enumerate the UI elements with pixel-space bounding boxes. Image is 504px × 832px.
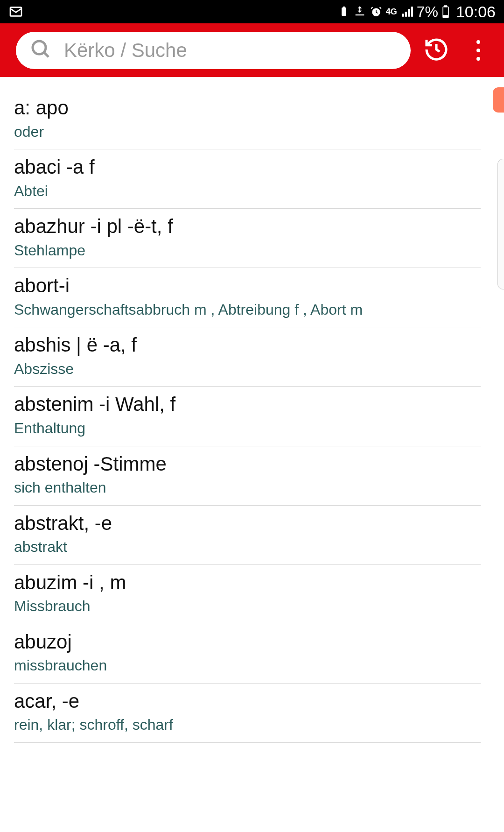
entry-word: abuzim -i , m <box>14 571 481 595</box>
entry-definition: sich enthalten <box>14 478 481 498</box>
entry-definition: Enthaltung <box>14 419 481 438</box>
list-item[interactable]: abaci -a f Abtei <box>14 149 481 209</box>
more-vert-icon <box>476 40 480 61</box>
entry-definition: missbrauchen <box>14 656 481 676</box>
list-item[interactable]: abstrakt, -e abstrakt <box>14 506 481 565</box>
list-item[interactable]: a: apo oder <box>14 91 481 149</box>
entry-definition: rein, klar; schroff, scharf <box>14 715 481 735</box>
search-icon <box>30 38 52 63</box>
list-item[interactable]: abshis | ë -a, f Abszisse <box>14 327 481 387</box>
svg-rect-5 <box>445 6 447 7</box>
mail-icon <box>8 4 23 19</box>
history-button[interactable] <box>420 34 453 67</box>
entry-word: abuzoj <box>14 630 481 655</box>
entry-word: abazhur -i pl -ë-t, f <box>14 214 481 239</box>
entry-definition: Abtei <box>14 182 481 201</box>
entry-definition: abstrakt <box>14 537 481 557</box>
list-item[interactable]: abstenim -i Wahl, f Enthaltung <box>14 387 481 446</box>
svg-rect-1 <box>342 7 346 16</box>
svg-rect-6 <box>443 15 448 17</box>
fast-scroll-handle[interactable] <box>497 159 504 289</box>
list-item[interactable]: abuzim -i , m Missbrauch <box>14 565 481 624</box>
overflow-menu-button[interactable] <box>462 34 495 67</box>
svg-line-8 <box>44 52 49 57</box>
svg-rect-2 <box>343 7 345 8</box>
entry-word: abaci -a f <box>14 155 481 180</box>
list-item[interactable]: abort-i Schwangerschaftsabbruch m , Abtr… <box>14 268 481 327</box>
entry-word: abshis | ë -a, f <box>14 333 481 358</box>
entry-definition: Stehlampe <box>14 241 481 261</box>
alarm-icon <box>370 6 382 18</box>
entry-word: abstenim -i Wahl, f <box>14 392 481 417</box>
search-container[interactable] <box>16 32 411 69</box>
history-icon <box>423 36 449 64</box>
entry-definition: Missbrauch <box>14 597 481 616</box>
entry-definition: oder <box>14 122 481 142</box>
entry-definition: Abszisse <box>14 360 481 379</box>
status-left <box>8 4 23 19</box>
list-item[interactable]: abazhur -i pl -ë-t, f Stehlampe <box>14 209 481 268</box>
list-item[interactable]: abstenoj -Stimme sich enthalten <box>14 446 481 506</box>
battery-saver-icon <box>338 6 350 17</box>
list-item[interactable]: acar, -e rein, klar; schroff, scharf <box>14 684 481 743</box>
entry-word: abstenoj -Stimme <box>14 452 481 477</box>
dictionary-list-area: a: apo oder abaci -a f Abtei abazhur -i … <box>0 77 504 832</box>
network-4g-icon: 4G <box>386 7 397 17</box>
entry-word: abstrakt, -e <box>14 511 481 536</box>
search-input[interactable] <box>64 39 397 62</box>
battery-icon <box>442 5 449 18</box>
app-bar <box>0 23 504 77</box>
svg-point-7 <box>33 41 46 54</box>
signal-icon <box>401 6 413 18</box>
list-item[interactable]: abuzoj missbrauchen <box>14 624 481 684</box>
entry-word: acar, -e <box>14 689 481 714</box>
entry-word: a: apo <box>14 96 481 120</box>
battery-percent: 7% <box>417 3 438 21</box>
status-right: 4G 7% 10:06 <box>338 3 496 21</box>
vibrate-icon <box>353 5 366 18</box>
scroll-indicator[interactable] <box>493 87 504 113</box>
entry-word: abort-i <box>14 274 481 298</box>
dictionary-list[interactable]: a: apo oder abaci -a f Abtei abazhur -i … <box>0 77 504 743</box>
network-label: 4G <box>386 7 397 17</box>
clock: 10:06 <box>456 3 496 21</box>
entry-definition: Schwangerschaftsabbruch m , Abtreibung f… <box>14 300 481 320</box>
status-bar: 4G 7% 10:06 <box>0 0 504 23</box>
